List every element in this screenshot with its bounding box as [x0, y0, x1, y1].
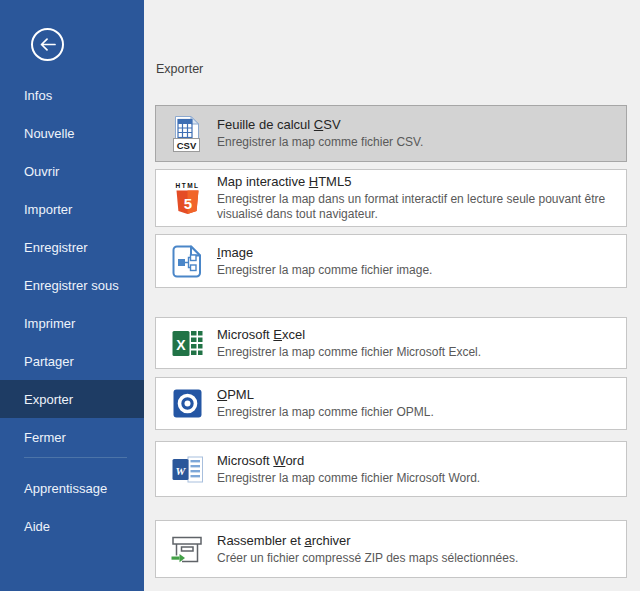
sidebar-item-fermer[interactable]: Fermer: [0, 418, 144, 456]
sidebar-item-label: Apprentissage: [24, 481, 107, 496]
export-option-pack-and-go[interactable]: Rassembler et archiver Créer un fichier …: [155, 520, 627, 578]
export-option-description: Enregistrer la map comme fichier image.: [217, 263, 432, 278]
export-panel: Exporter CSV: [144, 0, 640, 591]
export-option-text: Microsoft Word Enregistrer la map comme …: [217, 453, 480, 486]
export-option-text: Image Enregistrer la map comme fichier i…: [217, 245, 432, 278]
export-option-html5[interactable]: HTML 5 Map interactive HTML5 Enregistrer…: [155, 169, 627, 227]
svg-text:5: 5: [183, 194, 191, 211]
backstage-sidebar: Infos Nouvelle Ouvrir Importer Enregistr…: [0, 0, 144, 591]
export-option-description: Enregistrer la map comme fichier CSV.: [217, 135, 423, 150]
export-option-title: Rassembler et archiver: [217, 533, 518, 549]
sidebar-item-label: Partager: [24, 354, 74, 369]
export-option-title: Microsoft Word: [217, 453, 480, 469]
word-icon: W: [168, 455, 206, 484]
export-option-title: Microsoft Excel: [217, 327, 481, 343]
export-option-text: Feuille de calcul CSV Enregistrer la map…: [217, 117, 423, 150]
sidebar-item-enregistrer[interactable]: Enregistrer: [0, 228, 144, 266]
sidebar-nav: Infos Nouvelle Ouvrir Importer Enregistr…: [0, 76, 144, 545]
svg-text:HTML: HTML: [175, 181, 199, 188]
sidebar-item-label: Infos: [24, 88, 52, 103]
back-arrow-icon: [39, 38, 56, 51]
sidebar-divider: [24, 457, 127, 458]
sidebar-item-imprimer[interactable]: Imprimer: [0, 304, 144, 342]
sidebar-item-ouvrir[interactable]: Ouvrir: [0, 152, 144, 190]
excel-icon: X: [168, 329, 206, 358]
sidebar-item-label: Nouvelle: [24, 126, 75, 141]
sidebar-item-label: Enregistrer sous: [24, 278, 119, 293]
export-option-excel[interactable]: X Microsoft Excel Enregistrer la map com…: [155, 317, 627, 369]
sidebar-item-importer[interactable]: Importer: [0, 190, 144, 228]
export-option-opml[interactable]: OPML Enregistrer la map comme fichier OP…: [155, 377, 627, 430]
back-button[interactable]: [31, 28, 64, 61]
sidebar-item-label: Imprimer: [24, 316, 75, 331]
export-option-title: Feuille de calcul CSV: [217, 117, 423, 133]
export-option-title: Image: [217, 245, 432, 261]
export-option-text: OPML Enregistrer la map comme fichier OP…: [217, 387, 434, 420]
sidebar-item-nouvelle[interactable]: Nouvelle: [0, 114, 144, 152]
sidebar-item-label: Aide: [24, 519, 50, 534]
export-option-text: Rassembler et archiver Créer un fichier …: [217, 533, 518, 566]
sidebar-item-label: Fermer: [24, 430, 66, 445]
sidebar-item-apprentissage[interactable]: Apprentissage: [0, 469, 144, 507]
export-option-image[interactable]: Image Enregistrer la map comme fichier i…: [155, 234, 627, 288]
html5-icon: HTML 5: [168, 180, 206, 217]
export-option-description: Enregistrer la map comme fichier OPML.: [217, 405, 434, 420]
archive-icon: [168, 533, 206, 565]
sidebar-item-aide[interactable]: Aide: [0, 507, 144, 545]
sidebar-item-exporter[interactable]: Exporter: [0, 380, 144, 418]
sidebar-item-label: Importer: [24, 202, 72, 217]
export-options-list: CSV Feuille de calcul CSV Enregistrer la…: [155, 105, 627, 578]
svg-text:W: W: [175, 464, 186, 476]
image-file-icon: [168, 245, 206, 278]
sidebar-item-label: Exporter: [24, 392, 73, 407]
sidebar-item-label: Enregistrer: [24, 240, 88, 255]
export-option-description: Enregistrer la map comme fichier Microso…: [217, 471, 480, 486]
export-option-description: Enregistrer la map comme fichier Microso…: [217, 345, 481, 360]
export-option-csv[interactable]: CSV Feuille de calcul CSV Enregistrer la…: [155, 105, 627, 162]
svg-text:CSV: CSV: [176, 139, 196, 150]
export-option-title: OPML: [217, 387, 434, 403]
opml-icon: [168, 389, 206, 418]
sidebar-item-infos[interactable]: Infos: [0, 76, 144, 114]
svg-text:X: X: [176, 336, 186, 352]
csv-spreadsheet-icon: CSV: [168, 114, 206, 154]
sidebar-item-enregistrer-sous[interactable]: Enregistrer sous: [0, 266, 144, 304]
sidebar-item-partager[interactable]: Partager: [0, 342, 144, 380]
page-title: Exporter: [155, 62, 627, 76]
export-option-text: Map interactive HTML5 Enregistrer la map…: [217, 174, 616, 222]
export-option-description: Créer un fichier compressé ZIP des maps …: [217, 551, 518, 566]
export-option-word[interactable]: W Microsoft Word Enregistrer la map comm…: [155, 441, 627, 497]
sidebar-item-label: Ouvrir: [24, 164, 59, 179]
backstage-view: Infos Nouvelle Ouvrir Importer Enregistr…: [0, 0, 640, 591]
export-option-text: Microsoft Excel Enregistrer la map comme…: [217, 327, 481, 360]
export-option-title: Map interactive HTML5: [217, 174, 616, 190]
export-option-description: Enregistrer la map dans un format intera…: [217, 192, 616, 222]
